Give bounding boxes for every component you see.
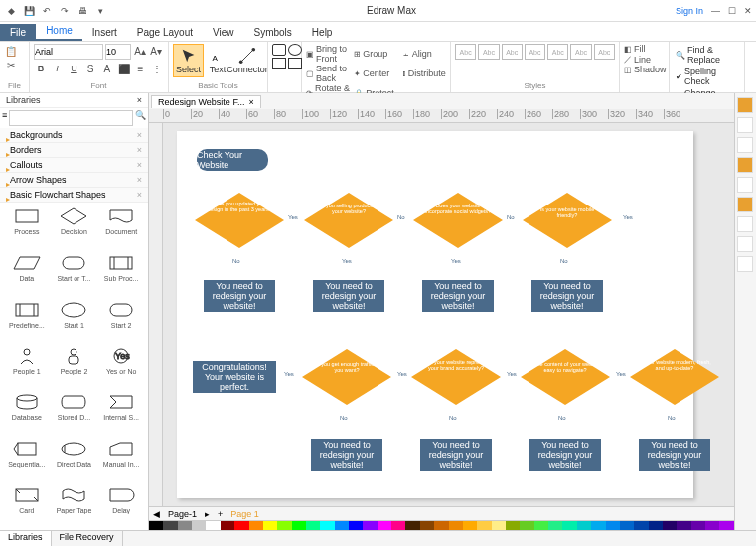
redesign-4[interactable]: You need to redesign your website! — [531, 280, 603, 312]
save-icon[interactable]: 💾 — [22, 4, 36, 18]
shape-stencil[interactable]: Start 2 — [98, 300, 144, 341]
fill-button[interactable]: ◧ Fill — [624, 44, 665, 54]
page[interactable]: Check Your Website Have you updated your… — [177, 131, 693, 498]
qat-dropdown-icon[interactable]: ▾ — [93, 4, 107, 18]
color-palette[interactable] — [149, 520, 734, 530]
underline-icon[interactable]: U — [68, 62, 81, 75]
shape-stencil[interactable]: Sub Proc... — [98, 253, 144, 294]
color-swatch[interactable] — [577, 521, 591, 530]
tool-icon-7[interactable] — [737, 236, 753, 252]
style-7[interactable]: Abc — [594, 44, 615, 60]
shape-stencil[interactable]: People 1 — [4, 346, 50, 387]
color-swatch[interactable] — [163, 521, 177, 530]
color-swatch[interactable] — [277, 521, 291, 530]
shape-stencil[interactable]: Direct Data — [52, 439, 97, 479]
group-button[interactable]: ⊞ Group — [354, 44, 397, 64]
redesign-7[interactable]: You need to redesign your website! — [529, 439, 601, 471]
color-swatch[interactable] — [463, 521, 477, 530]
style-4[interactable]: Abc — [525, 44, 545, 60]
shape-ellipse[interactable] — [288, 44, 302, 56]
undo-icon[interactable]: ↶ — [40, 4, 54, 18]
library-category[interactable]: Basic Flowchart Shapes × — [0, 188, 148, 203]
maximize-icon[interactable]: ☐ — [728, 6, 736, 16]
align-button[interactable]: ⫠ Align — [402, 44, 446, 64]
tool-icon-3[interactable] — [737, 157, 753, 173]
color-swatch[interactable] — [221, 521, 234, 530]
color-swatch[interactable] — [249, 521, 263, 530]
shape-stencil[interactable]: Card — [4, 485, 50, 526]
redesign-3[interactable]: You need to redesign your website! — [422, 280, 494, 312]
shape-stencil[interactable]: Predefine... — [4, 300, 50, 341]
redesign-8[interactable]: You need to redesign your website! — [639, 439, 710, 471]
strike-icon[interactable]: S — [83, 62, 97, 75]
shape-curve[interactable] — [288, 58, 302, 69]
library-search-input[interactable] — [9, 110, 133, 126]
tab-help[interactable]: Help — [302, 24, 343, 41]
color-swatch[interactable] — [234, 521, 248, 530]
color-swatch[interactable] — [292, 521, 306, 530]
connector-tool[interactable]: Connector — [231, 45, 263, 76]
style-6[interactable]: Abc — [570, 44, 591, 60]
style-5[interactable]: Abc — [547, 44, 568, 60]
redesign-2[interactable]: You need to redesign your website! — [313, 280, 384, 312]
canvas[interactable]: Check Your Website Have you updated your… — [163, 123, 734, 506]
shadow-button[interactable]: ◫ Shadow — [624, 65, 665, 74]
select-tool[interactable]: Select — [173, 44, 204, 77]
shape-rect[interactable] — [272, 44, 286, 56]
color-swatch[interactable] — [634, 521, 648, 530]
shape-stencil[interactable]: Process — [4, 206, 50, 247]
redesign-6[interactable]: You need to redesign your website! — [420, 439, 492, 471]
find-replace-button[interactable]: 🔍 Find & Replace — [674, 44, 740, 66]
close-icon[interactable]: ✕ — [744, 6, 752, 16]
shape-stencil[interactable]: Stored D... — [52, 392, 97, 433]
decision-5[interactable]: Do you get enough traffic as you want? — [302, 349, 391, 405]
color-swatch[interactable] — [534, 521, 548, 530]
highlight-icon[interactable]: ⬛ — [117, 62, 131, 75]
decision-8[interactable]: Is your website modern, fresh, and up-to… — [630, 349, 719, 405]
text-tool[interactable]: AText — [207, 45, 228, 76]
color-swatch[interactable] — [620, 521, 634, 530]
minimize-icon[interactable]: — — [711, 6, 720, 16]
color-swatch[interactable] — [420, 521, 434, 530]
tab-page-layout[interactable]: Page Layout — [127, 24, 203, 41]
tool-icon-6[interactable] — [737, 216, 753, 232]
style-1[interactable]: Abc — [455, 44, 476, 60]
redesign-1[interactable]: You need to redesign your website! — [204, 280, 275, 312]
shape-stencil[interactable]: Paper Tape — [52, 485, 97, 526]
flowchart-start[interactable]: Check Your Website — [197, 149, 268, 171]
color-swatch[interactable] — [378, 521, 391, 530]
align-left-icon[interactable]: ≡ — [134, 62, 148, 75]
send-back-button[interactable]: ▢ Send to Back — [306, 64, 350, 83]
color-swatch[interactable] — [405, 521, 419, 530]
redesign-5[interactable]: You need to redesign your website! — [311, 439, 382, 471]
color-swatch[interactable] — [591, 521, 605, 530]
style-3[interactable]: Abc — [502, 44, 523, 60]
color-swatch[interactable] — [335, 521, 349, 530]
color-swatch[interactable] — [691, 521, 705, 530]
style-2[interactable]: Abc — [478, 44, 499, 60]
color-swatch[interactable] — [606, 521, 620, 530]
color-swatch[interactable] — [206, 521, 220, 530]
tool-icon-5[interactable] — [737, 197, 753, 212]
distribute-button[interactable]: ⫿ Distribute — [402, 64, 446, 83]
decision-1[interactable]: Have you updated your design in the past… — [195, 193, 284, 248]
color-swatch[interactable] — [719, 521, 733, 530]
color-swatch[interactable] — [434, 521, 448, 530]
tab-home[interactable]: Home — [36, 22, 82, 41]
font-name-select[interactable] — [34, 44, 103, 60]
paste-icon[interactable]: 📋 — [4, 44, 18, 58]
color-swatch[interactable] — [520, 521, 533, 530]
print-icon[interactable]: 🖶 — [76, 4, 89, 18]
shape-stencil[interactable]: Start or T... — [52, 253, 97, 294]
cut-icon[interactable]: ✂ — [4, 58, 18, 71]
tab-view[interactable]: View — [203, 24, 244, 41]
redo-icon[interactable]: ↷ — [58, 4, 72, 18]
font-color-icon[interactable]: A — [100, 62, 114, 75]
color-swatch[interactable] — [548, 521, 562, 530]
line-button[interactable]: ／ Line — [624, 54, 665, 65]
color-swatch[interactable] — [492, 521, 506, 530]
color-swatch[interactable] — [506, 521, 520, 530]
signin-link[interactable]: Sign In — [676, 6, 703, 16]
page-tab-2[interactable]: Page 1 — [230, 509, 259, 519]
color-swatch[interactable] — [263, 521, 277, 530]
